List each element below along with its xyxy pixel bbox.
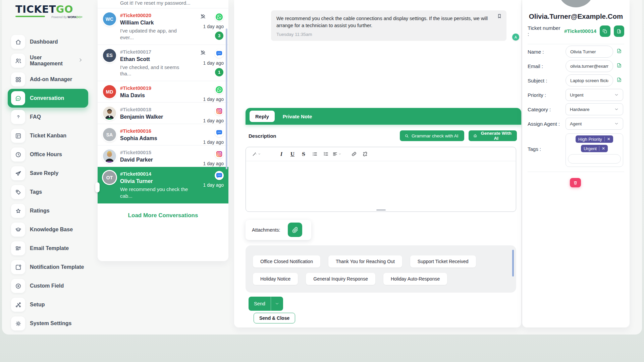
chevron-right-icon <box>78 58 83 64</box>
align-icon[interactable] <box>332 150 341 159</box>
tag-chip: High Priority✕ <box>576 135 613 143</box>
load-more-button[interactable]: Load More Conversations <box>98 203 228 228</box>
send-and-close-button[interactable]: Send & Close <box>254 313 295 323</box>
add-tag-input[interactable] <box>568 154 621 164</box>
list-item-partial[interactable]: Got it! I've reset my password... <box>98 0 228 8</box>
remove-tag-icon[interactable]: ✕ <box>599 146 605 151</box>
numbered-list-icon[interactable] <box>321 150 330 159</box>
question-glyph <box>15 114 22 121</box>
priority-select[interactable]: Urgent <box>566 89 623 101</box>
app-container: TICKETGO Powered By WORKDO+ DashboardUse… <box>2 0 642 335</box>
generate-ai-button[interactable]: Generate With AI <box>469 130 517 141</box>
emailtpl-icon <box>11 241 25 255</box>
ticket-meta: 1 day ago <box>203 107 224 123</box>
sidebar-item-label: Custom Field <box>30 283 64 289</box>
name-input[interactable] <box>566 46 613 58</box>
send-button[interactable]: Send <box>249 297 271 311</box>
email-input[interactable] <box>566 60 613 72</box>
strikethrough-icon[interactable]: S <box>299 150 308 159</box>
export-ticket-button[interactable] <box>614 25 624 37</box>
sidebar-item-label: Tags <box>30 189 42 195</box>
magic-wand-icon[interactable] <box>252 150 261 159</box>
star-glyph <box>15 207 22 215</box>
delete-ticket-button[interactable] <box>570 178 581 187</box>
quick-reply-chip[interactable]: Holiday Notice <box>253 273 298 285</box>
avatar: ES <box>103 49 116 62</box>
grammar-check-button[interactable]: Grammar check with AI <box>400 130 464 141</box>
unpin-icon[interactable] <box>200 13 206 21</box>
agent-message-bubble: We recommend you check the cable connect… <box>271 10 506 41</box>
sidebar-item-knowledge-base[interactable]: Knowledge Base <box>8 220 88 239</box>
sidebar-item-setup[interactable]: Setup <box>8 295 88 314</box>
quick-reply-chip[interactable]: General Inquiry Response <box>306 273 375 285</box>
ticket-row-ticket00018[interactable]: #Ticket00018Benjamin Walker1 day ago <box>98 103 228 124</box>
reply-editor: I U S <box>246 147 516 212</box>
quick-reply-chip[interactable]: Thank You for Reaching Out <box>328 255 402 267</box>
sidebar-item-faq[interactable]: FAQ <box>8 108 88 126</box>
ticket-meta: 1 day ago <box>203 85 224 102</box>
link-icon[interactable] <box>350 150 358 159</box>
sidebar-item-conversation[interactable]: Conversation <box>8 89 88 108</box>
underline-icon[interactable]: U <box>288 150 297 159</box>
file-check-icon[interactable] <box>616 48 622 55</box>
sidebar-item-ticket-kanban[interactable]: Ticket Kanban <box>8 126 88 145</box>
resize-handle[interactable] <box>376 209 386 210</box>
sidebar-item-label: System Settings <box>30 320 71 326</box>
ticket-id: #Ticket00018 <box>120 107 191 112</box>
brand-logo[interactable]: TICKETGO Powered By WORKDO+ <box>15 3 83 17</box>
subject-input[interactable] <box>566 74 613 86</box>
sidebar-item-dashboard[interactable]: Dashboard <box>8 33 88 51</box>
channel-icon-wrap <box>215 171 224 180</box>
bullet-list-icon[interactable] <box>310 150 319 159</box>
sidebar-item-custom-field[interactable]: Custom Field <box>8 277 88 295</box>
sidebar-item-office-hours[interactable]: Office Hours <box>8 145 88 164</box>
ticket-row-ticket00020[interactable]: WC#Ticket00020William ClarkI've updated … <box>98 8 228 45</box>
sidebar-item-label: Notification Template <box>30 264 84 270</box>
attach-file-button[interactable] <box>288 223 302 237</box>
reply-text-area[interactable] <box>246 161 516 212</box>
notif-glyph <box>15 264 22 271</box>
unpin-icon[interactable] <box>200 50 206 57</box>
sidebar-item-add-on-manager[interactable]: Add-on Manager <box>8 70 88 89</box>
emailtpl-glyph <box>15 245 22 252</box>
sidebar-item-email-template[interactable]: Email Template <box>8 239 88 258</box>
sidebar-item-tags[interactable]: Tags <box>8 183 88 201</box>
sidebar-nav: DashboardUser ManagementAdd-on ManagerCo… <box>8 33 88 333</box>
assign-agent-select[interactable]: Agent <box>566 118 623 130</box>
sidebar-item-save-reply[interactable]: Save Reply <box>8 164 88 183</box>
send-options-button[interactable] <box>271 297 283 311</box>
list-scrollbar[interactable] <box>226 28 227 169</box>
selected-notch[interactable] <box>95 182 100 192</box>
sidebar-item-notification-template[interactable]: Notification Template <box>8 258 88 277</box>
send-split-button: Send <box>249 297 283 311</box>
quick-reply-chip[interactable]: Support Ticket Received <box>410 255 476 267</box>
sidebar-item-system-settings[interactable]: System Settings <box>8 314 88 333</box>
ticket-summary: #Ticket00019Mia Davis <box>120 85 191 99</box>
sidebar-item-user-management[interactable]: User Management <box>8 51 88 70</box>
replies-scrollbar[interactable] <box>512 250 514 277</box>
avatar: WC <box>103 12 116 25</box>
ticket-row-ticket00014[interactable]: OT#Ticket00014Olivia TurnerWe recommend … <box>98 167 228 203</box>
remove-tag-icon[interactable]: ✕ <box>604 137 610 141</box>
ticket-row-ticket00017[interactable]: ES#Ticket00017Ethan ScottI've checked, a… <box>98 45 228 81</box>
ticket-row-ticket00015[interactable]: #Ticket00015David Parker1 day ago <box>98 145 228 167</box>
category-select[interactable]: Hardware <box>566 103 623 115</box>
tab-reply[interactable]: Reply <box>250 111 275 122</box>
conversation-list-panel: Got it! I've reset my password... WC#Tic… <box>98 0 228 261</box>
quick-reply-chip[interactable]: Holiday Auto-Response <box>383 273 447 285</box>
file-check-icon[interactable] <box>616 77 622 84</box>
copy-ticket-button[interactable] <box>600 25 610 37</box>
bookmark-icon[interactable] <box>496 13 502 20</box>
sidebar-item-ratings[interactable]: Ratings <box>8 201 88 220</box>
italic-icon[interactable]: I <box>277 150 286 159</box>
unlink-icon[interactable] <box>361 150 369 159</box>
quick-reply-chip[interactable]: Office Closed Notification <box>253 255 320 267</box>
ticket-id: #Ticket00019 <box>120 85 191 91</box>
star-icon <box>11 204 25 218</box>
tab-private-note[interactable]: Private Note <box>283 114 312 119</box>
ticket-row-ticket00016[interactable]: SA#Ticket00016Sophia Adams1 day ago <box>98 124 228 145</box>
users-icon <box>11 54 25 68</box>
users-glyph <box>15 57 22 64</box>
file-check-icon[interactable] <box>616 62 622 70</box>
ticket-row-ticket00019[interactable]: MD#Ticket00019Mia Davis1 day ago <box>98 81 228 103</box>
